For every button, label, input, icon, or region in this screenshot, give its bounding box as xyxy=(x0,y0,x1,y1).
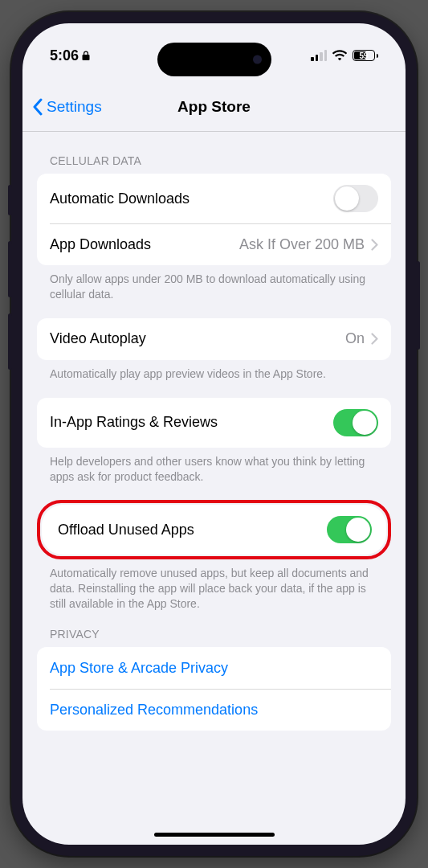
home-indicator[interactable] xyxy=(154,833,275,837)
dynamic-island xyxy=(157,43,271,76)
app-downloads-row[interactable]: App Downloads Ask If Over 200 MB xyxy=(37,223,391,265)
video-footer: Automatically play app preview videos in… xyxy=(37,360,391,382)
highlight-callout: Offload Unused Apps xyxy=(37,500,391,559)
section-header-privacy: Privacy xyxy=(37,612,391,647)
row-value: Ask If Over 200 MB xyxy=(239,236,365,253)
row-label: Offload Unused Apps xyxy=(58,522,194,538)
row-label: In-App Ratings & Reviews xyxy=(50,414,218,431)
back-label: Settings xyxy=(47,98,102,116)
volume-down-button xyxy=(8,313,12,370)
cellular-signal-icon xyxy=(311,50,327,61)
back-button[interactable]: Settings xyxy=(32,98,102,116)
privacy-group: App Store & Arcade Privacy Personalized … xyxy=(37,647,391,731)
chevron-right-icon xyxy=(371,333,378,345)
status-time: 5:06 xyxy=(50,47,79,64)
screen: 5:06 59 Settings App Store Cellular Data xyxy=(22,23,406,845)
wifi-icon xyxy=(332,50,347,61)
privacy-row-personalized[interactable]: Personalized Recommendations xyxy=(37,689,391,731)
battery-level: 59 xyxy=(359,51,368,60)
volume-up-button xyxy=(8,241,12,297)
phone-frame: 5:06 59 Settings App Store Cellular Data xyxy=(11,12,417,856)
cellular-footer: Only allow apps under 200 MB to download… xyxy=(37,265,391,302)
ratings-row[interactable]: In-App Ratings & Reviews xyxy=(37,398,391,448)
ratings-toggle[interactable] xyxy=(333,409,378,436)
row-label: Automatic Downloads xyxy=(50,190,190,207)
video-autoplay-row[interactable]: Video Autoplay On xyxy=(37,318,391,360)
row-label: App Downloads xyxy=(50,236,151,253)
cellular-data-group: Automatic Downloads App Downloads Ask If… xyxy=(37,174,391,265)
row-label: Video Autoplay xyxy=(50,330,146,347)
content-scroll[interactable]: Cellular Data Automatic Downloads App Do… xyxy=(22,132,406,845)
battery-icon: 59 xyxy=(353,50,378,61)
automatic-downloads-row[interactable]: Automatic Downloads xyxy=(37,174,391,223)
chevron-right-icon xyxy=(371,239,378,251)
section-header-cellular: Cellular Data xyxy=(37,132,391,174)
page-title: App Store xyxy=(177,98,251,116)
row-value: On xyxy=(345,330,365,347)
power-button xyxy=(416,261,420,350)
offload-row[interactable]: Offload Unused Apps xyxy=(42,505,386,555)
row-label: App Store & Arcade Privacy xyxy=(50,660,228,677)
offload-group: Offload Unused Apps xyxy=(42,505,386,555)
video-autoplay-group: Video Autoplay On xyxy=(37,318,391,360)
ratings-group: In-App Ratings & Reviews xyxy=(37,398,391,448)
chevron-left-icon xyxy=(32,98,43,116)
offload-toggle[interactable] xyxy=(327,516,372,543)
ratings-footer: Help developers and other users know wha… xyxy=(37,448,391,485)
privacy-row-app-store[interactable]: App Store & Arcade Privacy xyxy=(37,647,391,689)
row-label: Personalized Recommendations xyxy=(50,702,258,719)
lock-icon xyxy=(82,51,90,60)
side-button xyxy=(8,185,12,215)
automatic-downloads-toggle[interactable] xyxy=(333,185,378,212)
offload-footer: Automatically remove unused apps, but ke… xyxy=(37,559,391,612)
